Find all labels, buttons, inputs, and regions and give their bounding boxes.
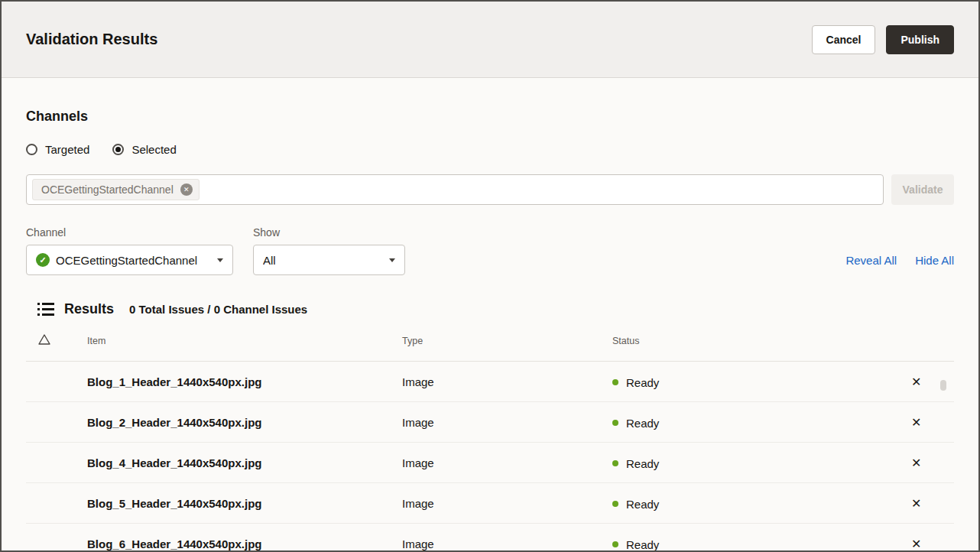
filters-row: Channel ✓ OCEGettingStartedChannel Show … [26,226,954,275]
warning-column-header [26,328,87,362]
channel-input-row: OCEGettingStartedChannel ✕ Validate [26,174,954,205]
item-type: Image [402,483,612,524]
radio-targeted-label: Targeted [45,143,89,156]
table-row: Blog_1_Header_1440x540px.jpg Image Ready… [26,362,954,402]
radio-selected-icon [112,144,124,155]
status-dot-icon [612,420,618,426]
channels-heading: Channels [26,109,954,125]
item-status: Ready [612,402,911,443]
item-name-link[interactable]: Blog_6_Header_1440x540px.jpg [87,537,261,550]
publish-button[interactable]: Publish [886,25,954,54]
radio-targeted[interactable]: Targeted [26,143,89,156]
item-name-link[interactable]: Blog_4_Header_1440x540px.jpg [87,456,261,469]
reveal-hide-links: Reveal All Hide All [845,245,954,275]
scrollbar-thumb[interactable] [940,380,946,391]
show-filter-label: Show [253,226,405,239]
chip-remove-icon[interactable]: ✕ [180,183,193,196]
status-dot-icon [612,501,618,507]
item-status: Ready [612,362,911,402]
results-table-head: Item Type Status [26,328,954,362]
results-header: Results 0 Total Issues / 0 Channel Issue… [26,301,954,317]
status-label: Ready [626,375,659,388]
radio-selected-label: Selected [131,143,176,156]
remove-row-button[interactable]: ✕ [911,415,921,430]
row-warning-cell [26,443,87,483]
status-column-header: Status [612,328,911,362]
show-select[interactable]: All [253,245,405,275]
actions-column-header [911,328,954,362]
status-label: Ready [626,537,659,550]
table-row: Blog_6_Header_1440x540px.jpg Image Ready… [26,524,954,552]
type-column-header: Type [402,328,612,362]
table-row: Blog_5_Header_1440x540px.jpg Image Ready… [26,483,954,524]
chevron-down-icon [217,258,223,262]
remove-row-button[interactable]: ✕ [911,537,921,551]
channel-chip-label: OCEGettingStartedChannel [41,183,174,196]
results-summary: 0 Total Issues / 0 Channel Issues [129,303,307,316]
radio-selected[interactable]: Selected [112,143,176,156]
validate-button[interactable]: Validate [891,174,954,205]
channel-filter-label: Channel [26,226,233,239]
results-table: Item Type Status Blog_1_Header_1440x540p… [26,328,954,552]
row-warning-cell [26,483,87,524]
show-filter: Show All [253,226,405,275]
item-name-link[interactable]: Blog_1_Header_1440x540px.jpg [87,375,261,388]
item-type: Image [402,524,612,552]
show-select-value: All [263,254,383,267]
check-circle-icon: ✓ [36,253,50,267]
list-icon [37,303,54,316]
channel-select[interactable]: ✓ OCEGettingStartedChannel [26,245,233,275]
item-status: Ready [612,524,911,552]
channel-filter: Channel ✓ OCEGettingStartedChannel [26,226,233,275]
remove-row-button[interactable]: ✕ [911,496,921,511]
row-warning-cell [26,402,87,443]
cancel-button[interactable]: Cancel [812,25,876,54]
status-dot-icon [612,460,618,466]
item-column-header: Item [87,328,402,362]
item-status: Ready [612,483,911,524]
remove-row-button[interactable]: ✕ [911,456,921,470]
table-row: Blog_4_Header_1440x540px.jpg Image Ready… [26,443,954,483]
status-label: Ready [626,416,659,429]
item-name-link[interactable]: Blog_5_Header_1440x540px.jpg [87,497,261,510]
status-dot-icon [612,541,618,547]
warning-triangle-icon [38,334,50,345]
item-type: Image [402,362,612,402]
dialog-body: Channels Targeted Selected OCEGettingSta… [2,78,978,552]
results-heading: Results [64,301,114,317]
item-name-link[interactable]: Blog_2_Header_1440x540px.jpg [87,416,261,429]
reveal-all-link[interactable]: Reveal All [845,254,897,267]
row-warning-cell [26,362,87,402]
results-rows: Blog_1_Header_1440x540px.jpg Image Ready… [26,362,954,552]
channel-select-value: OCEGettingStartedChannel [56,254,211,267]
remove-row-button[interactable]: ✕ [911,375,921,389]
channels-input[interactable]: OCEGettingStartedChannel ✕ [26,174,884,205]
channel-mode-radio-group: Targeted Selected [26,143,954,156]
page-title: Validation Results [26,31,157,48]
status-label: Ready [626,456,659,469]
header-actions: Cancel Publish [812,25,954,54]
status-label: Ready [626,497,659,510]
table-row: Blog_2_Header_1440x540px.jpg Image Ready… [26,402,954,443]
hide-all-link[interactable]: Hide All [915,254,954,267]
dialog-header: Validation Results Cancel Publish [2,2,978,78]
item-status: Ready [612,443,911,483]
status-dot-icon [612,379,618,385]
row-warning-cell [26,524,87,552]
item-type: Image [402,443,612,483]
radio-unselected-icon [26,144,37,155]
validation-results-dialog: Validation Results Cancel Publish Channe… [0,0,980,552]
chevron-down-icon [389,258,395,262]
item-type: Image [402,402,612,443]
channel-chip: OCEGettingStartedChannel ✕ [32,179,200,200]
